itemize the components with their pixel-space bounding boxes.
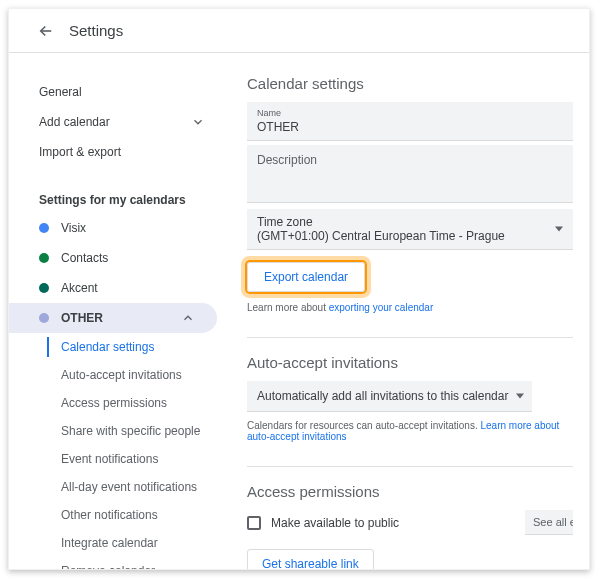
calendar-dot-icon bbox=[39, 313, 49, 323]
subnav-remove[interactable]: Remove calendar bbox=[47, 557, 227, 569]
calendar-dot-icon bbox=[39, 253, 49, 263]
export-help-text: Learn more about exporting your calendar bbox=[247, 302, 573, 313]
heading-access-permissions: Access permissions bbox=[247, 483, 573, 500]
name-label: Name bbox=[257, 108, 563, 118]
timezone-select[interactable]: Time zone (GMT+01:00) Central European T… bbox=[247, 209, 573, 250]
calendar-item-other[interactable]: OTHER bbox=[9, 303, 217, 333]
description-label: Description bbox=[257, 153, 563, 167]
calendar-subnav: Calendar settings Auto-accept invitation… bbox=[47, 333, 227, 569]
heading-auto-accept: Auto-accept invitations bbox=[247, 354, 573, 371]
sidebar-item-add-calendar[interactable]: Add calendar bbox=[9, 107, 227, 137]
calendar-item-visix[interactable]: Visix bbox=[9, 213, 217, 243]
name-value: OTHER bbox=[257, 120, 563, 134]
sidebar-item-import-export[interactable]: Import & export bbox=[9, 137, 227, 167]
subnav-auto-accept[interactable]: Auto-accept invitations bbox=[47, 361, 227, 389]
subnav-integrate[interactable]: Integrate calendar bbox=[47, 529, 227, 557]
page-title: Settings bbox=[69, 22, 123, 39]
subnav-allday-notifications[interactable]: All-day event notifications bbox=[47, 473, 227, 501]
calendar-dot-icon bbox=[39, 223, 49, 233]
sidebar-item-general[interactable]: General bbox=[9, 77, 227, 107]
chevron-down-icon bbox=[191, 115, 205, 129]
dropdown-icon bbox=[516, 394, 524, 399]
export-calendar-button[interactable]: Export calendar bbox=[247, 262, 365, 292]
calendar-item-label: Contacts bbox=[61, 251, 195, 265]
chevron-up-icon bbox=[181, 311, 195, 325]
timezone-label: Time zone bbox=[257, 215, 563, 229]
sidebar-item-label: General bbox=[39, 85, 82, 99]
name-field[interactable]: Name OTHER bbox=[247, 102, 573, 141]
calendar-item-label: OTHER bbox=[61, 311, 169, 325]
section-heading-my-calendars: Settings for my calendars bbox=[9, 193, 227, 207]
sidebar-item-label: Add calendar bbox=[39, 115, 110, 129]
auto-accept-select[interactable]: Automatically add all invitations to thi… bbox=[247, 381, 532, 412]
description-field[interactable]: Description bbox=[247, 145, 573, 203]
auto-accept-help-text: Calendars for resources can auto-accept … bbox=[247, 420, 573, 442]
calendar-item-label: Akcent bbox=[61, 281, 195, 295]
subnav-calendar-settings[interactable]: Calendar settings bbox=[47, 333, 227, 361]
see-all-events-select[interactable]: See all e bbox=[525, 510, 573, 535]
subnav-access-permissions[interactable]: Access permissions bbox=[47, 389, 227, 417]
public-checkbox-label: Make available to public bbox=[271, 516, 399, 530]
settings-sidebar: General Add calendar Import & export Set… bbox=[9, 53, 227, 569]
calendar-item-label: Visix bbox=[61, 221, 195, 235]
calendar-dot-icon bbox=[39, 283, 49, 293]
auto-accept-value: Automatically add all invitations to thi… bbox=[257, 389, 508, 403]
export-help-link[interactable]: exporting your calendar bbox=[329, 302, 434, 313]
calendar-item-contacts[interactable]: Contacts bbox=[9, 243, 217, 273]
timezone-value: (GMT+01:00) Central European Time - Prag… bbox=[257, 229, 563, 243]
calendar-item-akcent[interactable]: Akcent bbox=[9, 273, 217, 303]
subnav-event-notifications[interactable]: Event notifications bbox=[47, 445, 227, 473]
public-checkbox[interactable] bbox=[247, 516, 261, 530]
sidebar-item-label: Import & export bbox=[39, 145, 121, 159]
dropdown-icon bbox=[555, 227, 563, 232]
back-icon[interactable] bbox=[37, 22, 55, 40]
subnav-share-specific[interactable]: Share with specific people bbox=[47, 417, 227, 445]
heading-calendar-settings: Calendar settings bbox=[247, 75, 573, 92]
settings-main: Calendar settings Name OTHER Description… bbox=[227, 53, 589, 569]
get-shareable-link-button[interactable]: Get shareable link bbox=[247, 549, 374, 569]
subnav-other-notifications[interactable]: Other notifications bbox=[47, 501, 227, 529]
